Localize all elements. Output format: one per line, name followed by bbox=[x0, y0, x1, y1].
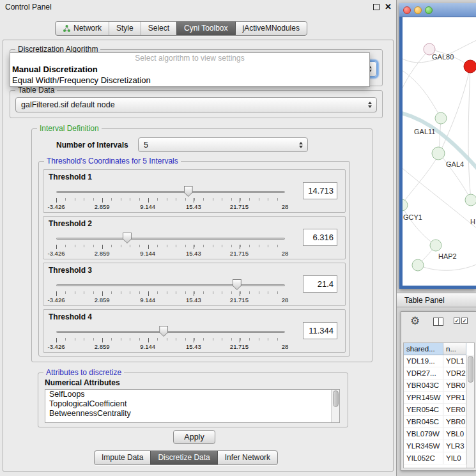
columns-icon[interactable] bbox=[433, 318, 443, 326]
scrollbar-thumb[interactable] bbox=[468, 356, 473, 383]
list-item[interactable]: SelfLoops bbox=[45, 390, 339, 399]
threshold-slider[interactable]: -3.4262.8599.14415.4321.71528 bbox=[56, 185, 285, 212]
num-intervals-label: Number of Intervals bbox=[56, 141, 128, 150]
slider-track bbox=[56, 331, 285, 333]
scale-label: 15.43 bbox=[186, 296, 201, 303]
tab-select[interactable]: Select bbox=[141, 22, 176, 35]
table-row[interactable]: YDL19...YDL1 bbox=[404, 355, 466, 367]
table-cell: YER0 bbox=[443, 404, 466, 416]
table-row[interactable]: YLR345WYLR3 bbox=[404, 440, 466, 452]
slider-thumb[interactable] bbox=[184, 186, 193, 197]
threshold-slider[interactable]: -3.4262.8599.14415.4321.71528 bbox=[56, 279, 285, 305]
network-canvas[interactable]: GAL80 GAL11 GAL4 GCY1 HAP2 H bbox=[403, 17, 476, 286]
list-item[interactable]: BetweennessCentrality bbox=[45, 409, 339, 418]
threshold-value-field[interactable]: 11.344 bbox=[303, 322, 337, 339]
tab-impute-data[interactable]: Impute Data bbox=[95, 451, 150, 464]
node-table: shared... n... YDL19...YDL1YDR27...YDR2Y… bbox=[403, 342, 475, 468]
numerical-attributes-list[interactable]: SelfLoopsTopologicalCoefficientBetweenne… bbox=[45, 389, 340, 423]
table-rows: YDL19...YDL1YDR27...YDR2YBR043CYBR0YPR14… bbox=[404, 355, 466, 468]
combo-value: galFiltered.sif default node bbox=[21, 98, 115, 112]
slider-thumb[interactable] bbox=[123, 233, 132, 243]
group-label: Table Data bbox=[15, 86, 57, 95]
combo-arrows-icon bbox=[299, 142, 303, 148]
attributes-group: Attributes to discretize Numerical Attri… bbox=[38, 372, 348, 427]
list-item[interactable]: TopologicalCoefficient bbox=[45, 399, 339, 409]
threshold-label: Threshold 2 bbox=[49, 219, 92, 228]
cyni-toolbox-panel: Discretization Algorithm Select algorith… bbox=[3, 40, 394, 472]
control-panel: Control Panel ✕ Network Style Select Cyn… bbox=[0, 0, 397, 476]
scale-label: 2.859 bbox=[95, 296, 110, 303]
network-window-titlebar[interactable] bbox=[399, 3, 476, 17]
scale-label: 28 bbox=[282, 250, 289, 257]
table-row[interactable]: YIL052CYIL0 bbox=[404, 452, 466, 464]
node-label: HAP2 bbox=[438, 252, 457, 260]
tab-network[interactable]: Network bbox=[56, 22, 109, 35]
scale-label: 21.715 bbox=[230, 203, 249, 210]
minimize-button[interactable] bbox=[414, 6, 422, 14]
slider-thumb[interactable] bbox=[159, 326, 168, 337]
zoom-button[interactable] bbox=[425, 6, 433, 14]
threshold-row: Threshold 4-3.4262.8599.14415.4321.71528… bbox=[43, 309, 346, 353]
node-label: GAL80 bbox=[432, 53, 454, 61]
table-row[interactable]: YBR043CYBR0 bbox=[404, 380, 466, 392]
tab-jactivemnodules[interactable]: jActiveMNodules bbox=[235, 22, 307, 35]
tab-cyni-toolbox[interactable]: Cyni Toolbox bbox=[176, 22, 234, 35]
table-cell: YIL052C bbox=[404, 452, 443, 464]
network-node[interactable] bbox=[465, 194, 476, 206]
threshold-value-field[interactable]: 6.316 bbox=[303, 229, 337, 246]
apply-button[interactable]: Apply bbox=[173, 430, 215, 444]
float-window-icon[interactable] bbox=[373, 4, 380, 10]
column-header-name[interactable]: n... bbox=[443, 343, 466, 355]
threshold-value-field[interactable]: 14.713 bbox=[303, 182, 337, 199]
popup-item[interactable]: Manual Discretization bbox=[10, 64, 369, 75]
table-panel-window: ⚙ ✓✓ shared... n... YDL19...YDL1YDR27...… bbox=[401, 311, 476, 471]
scale-label: 15.43 bbox=[186, 343, 201, 350]
threshold-row: Threshold 3-3.4262.8599.14415.4321.71528… bbox=[43, 263, 346, 306]
scale-label: 21.715 bbox=[230, 250, 249, 257]
close-panel-icon[interactable]: ✕ bbox=[385, 2, 392, 12]
numerical-attributes-label: Numerical Attributes bbox=[45, 378, 120, 387]
table-cell: YLR3 bbox=[443, 440, 466, 452]
scale-label: -3.426 bbox=[48, 343, 65, 350]
threshold-value-field[interactable]: 21.4 bbox=[303, 275, 337, 293]
network-node[interactable] bbox=[435, 112, 447, 124]
control-panel-titlebar: Control Panel ✕ bbox=[0, 0, 396, 14]
node-label: GAL11 bbox=[414, 128, 435, 135]
combo-value: 5 bbox=[144, 138, 148, 152]
tab-discretize-data[interactable]: Discretize Data bbox=[150, 451, 217, 464]
table-cell: YIL0 bbox=[443, 452, 466, 464]
threshold-label: Threshold 3 bbox=[49, 266, 92, 275]
network-node[interactable] bbox=[430, 240, 441, 251]
selected-node[interactable] bbox=[464, 60, 476, 73]
tab-label: Network bbox=[73, 22, 102, 35]
num-intervals-combobox[interactable]: 5 bbox=[138, 137, 308, 152]
network-node[interactable] bbox=[432, 147, 445, 160]
tab-infer-network[interactable]: Infer Network bbox=[217, 451, 277, 464]
slider-track bbox=[56, 284, 285, 286]
column-header-shared-name[interactable]: shared... bbox=[404, 343, 443, 355]
table-row[interactable]: YER054CYER0 bbox=[404, 404, 466, 416]
scrollbar-thumb[interactable] bbox=[333, 390, 339, 407]
table-cell: YDL1 bbox=[443, 355, 466, 367]
threshold-slider[interactable]: -3.4262.8599.14415.4321.71528 bbox=[56, 232, 285, 259]
table-row[interactable]: YPR145WYPR1 bbox=[404, 392, 466, 404]
gear-icon[interactable]: ⚙ bbox=[410, 314, 420, 328]
table-data-combobox[interactable]: galFiltered.sif default node bbox=[15, 97, 377, 112]
select-columns-icon[interactable]: ✓✓ bbox=[454, 318, 468, 324]
table-row[interactable]: YBR045CYBR0 bbox=[404, 416, 466, 428]
threshold-slider[interactable]: -3.4262.8599.14415.4321.71528 bbox=[56, 325, 285, 352]
tab-style[interactable]: Style bbox=[109, 22, 141, 35]
close-button[interactable] bbox=[403, 6, 411, 14]
table-row[interactable]: YBL079WYBL0 bbox=[404, 428, 466, 440]
list-scrollbar[interactable] bbox=[331, 390, 339, 422]
network-node[interactable] bbox=[403, 199, 408, 211]
popup-placeholder: Select algorithm to view settings bbox=[10, 53, 369, 64]
top-tab-bar: Network Style Select Cyni Toolbox jActiv… bbox=[55, 21, 307, 36]
table-data-group: Table Data galFiltered.sif default node bbox=[10, 90, 383, 118]
table-scrollbar[interactable] bbox=[466, 355, 474, 468]
slider-thumb[interactable] bbox=[233, 279, 242, 290]
popup-item[interactable]: Equal Width/Frequency Discretization bbox=[10, 75, 369, 86]
network-node[interactable] bbox=[412, 259, 424, 271]
table-row[interactable]: YDR27...YDR2 bbox=[404, 367, 466, 380]
popup-items: Manual DiscretizationEqual Width/Frequen… bbox=[10, 64, 369, 86]
